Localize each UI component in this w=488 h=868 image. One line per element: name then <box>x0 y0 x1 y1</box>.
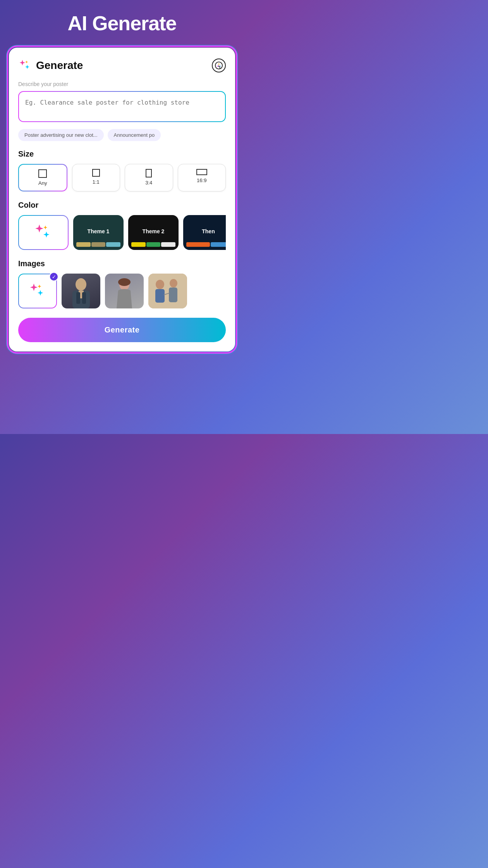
generate-button[interactable]: Generate <box>18 318 226 342</box>
svg-point-4 <box>76 278 86 291</box>
sparkle-color-icon <box>33 222 53 243</box>
size-3-4-button[interactable]: 3:4 <box>125 164 173 191</box>
photo-thumb-1[interactable] <box>62 274 100 308</box>
theme2-swatch-1 <box>131 242 146 247</box>
theme1-swatch-1 <box>76 242 91 247</box>
theme2-label: Theme 2 <box>143 228 165 234</box>
size-any-icon <box>38 169 47 178</box>
sparkle-icon <box>18 59 32 72</box>
size-options: Any 1:1 3:4 16:9 <box>18 164 226 191</box>
size-3-4-icon <box>146 169 152 177</box>
card-header: Generate <box>18 59 226 72</box>
svg-point-14 <box>170 279 177 288</box>
theme3-swatch-2 <box>211 242 226 247</box>
theme1-swatch-3 <box>106 242 120 247</box>
theme3-label: Then <box>202 228 215 234</box>
color-theme2-card[interactable]: Theme 2 <box>128 215 179 250</box>
size-section-title: Size <box>18 150 226 158</box>
theme1-label: Theme 1 <box>88 228 110 234</box>
theme2-swatch-3 <box>161 242 175 247</box>
main-card: Generate Describe your poster Poster adv… <box>8 46 236 353</box>
svg-point-3 <box>218 64 220 65</box>
svg-rect-13 <box>155 289 165 303</box>
card-title: Generate <box>36 59 83 72</box>
input-label: Describe your poster <box>18 81 226 87</box>
size-1-1-button[interactable]: 1:1 <box>72 164 120 191</box>
photo-thumb-2[interactable] <box>105 274 144 308</box>
selected-check-badge: ✓ <box>49 272 58 281</box>
size-16-9-button[interactable]: 16:9 <box>178 164 226 191</box>
suggestion-chip-2[interactable]: Announcement po <box>108 129 161 141</box>
svg-point-10 <box>118 278 131 286</box>
theme1-swatch-2 <box>91 242 106 247</box>
theme2-swatch-2 <box>146 242 161 247</box>
photo-thumb-3[interactable] <box>148 274 187 308</box>
color-theme1-card[interactable]: Theme 1 <box>73 215 124 250</box>
color-options: Theme 1 Theme 2 Then <box>18 215 226 250</box>
group-silhouette <box>148 274 187 308</box>
person-silhouette-1 <box>69 277 94 308</box>
images-section: Images ✓ <box>18 259 226 308</box>
svg-point-12 <box>156 280 164 289</box>
color-ai-card[interactable] <box>18 215 69 250</box>
size-16-9-icon <box>196 169 207 175</box>
svg-rect-8 <box>82 292 86 304</box>
color-section-title: Color <box>18 201 226 210</box>
svg-rect-7 <box>76 292 80 304</box>
palette-button[interactable] <box>212 59 226 72</box>
sparkle-image-icon <box>28 282 47 300</box>
suggestion-chip-1[interactable]: Poster advertising our new clot... <box>18 129 104 141</box>
images-row: ✓ <box>18 274 226 308</box>
ai-image-option[interactable]: ✓ <box>18 274 57 308</box>
color-theme3-card[interactable]: Then <box>183 215 226 250</box>
images-section-title: Images <box>18 259 226 268</box>
theme3-swatch-1 <box>186 242 210 247</box>
page-title: AI Generate <box>68 12 177 35</box>
poster-description-input[interactable] <box>18 91 226 122</box>
person-silhouette-2 <box>112 277 137 308</box>
theme1-swatches <box>76 242 120 247</box>
svg-rect-11 <box>148 274 187 308</box>
size-any-button[interactable]: Any <box>18 164 67 191</box>
theme2-swatches <box>131 242 175 247</box>
theme3-swatches <box>186 242 226 247</box>
size-1-1-icon <box>92 169 100 177</box>
svg-rect-15 <box>169 288 177 302</box>
svg-point-1 <box>217 65 218 67</box>
suggestion-chips: Poster advertising our new clot... Annou… <box>18 129 226 141</box>
card-title-group: Generate <box>18 59 83 72</box>
